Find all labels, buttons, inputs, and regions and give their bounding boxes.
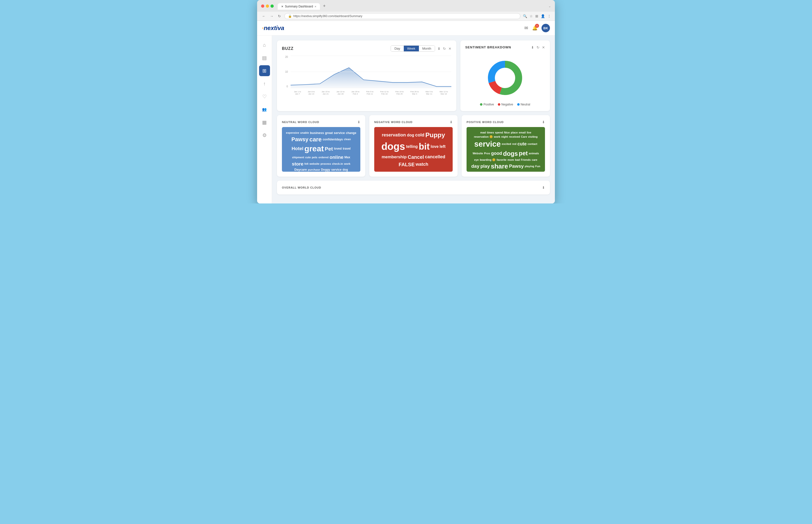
- buzz-card: BUZZ Day Week Month ⬇ ↻ ✕: [277, 40, 456, 111]
- close-button[interactable]: [261, 4, 264, 8]
- sidebar-item-dashboard[interactable]: ⊞: [259, 65, 270, 76]
- reports-icon: ▦: [262, 119, 267, 125]
- tab-close-button[interactable]: ✕: [314, 5, 316, 8]
- back-button[interactable]: ←: [261, 14, 266, 19]
- y-label-0: 0: [287, 85, 288, 88]
- overall-cloud-header: OVERALL WORLD CLOUD ⬇: [282, 185, 545, 190]
- pos-word-place: place: [511, 131, 518, 134]
- sentiment-refresh-icon[interactable]: ↻: [537, 45, 539, 49]
- negative-cloud-title: NEGATIVE WORD CLOUD: [374, 120, 412, 124]
- y-label-20: 20: [285, 55, 288, 58]
- chart-grid: [291, 55, 451, 88]
- neg-word-watch: watch: [416, 162, 428, 167]
- sentiment-close-icon[interactable]: ✕: [542, 45, 545, 49]
- buzz-card-actions: ⬇ ↻ ✕: [438, 47, 451, 51]
- word-cute: cute: [305, 156, 311, 159]
- negative-legend: Negative: [498, 103, 513, 106]
- negative-word-cloud: reservation dog cold Puppy dogs telling …: [374, 127, 453, 172]
- x-label-3: Jan 22 toJan 28: [337, 91, 345, 95]
- word-ordered: ordered: [319, 156, 328, 159]
- word-online: online: [329, 154, 343, 160]
- sentiment-card: SENTIMENT BREAKDOWN ⬇ ↻ ✕: [460, 40, 550, 111]
- x-label-8: Feb 26 toMar 4: [410, 91, 419, 95]
- sidebar-item-reports[interactable]: ▦: [259, 117, 270, 128]
- browser-titlebar: ✕ Summary Dashboard ✕ + ⌄: [257, 0, 555, 12]
- menu-icon[interactable]: ⋮: [548, 14, 551, 18]
- buzz-chart-container: 20 10 0: [282, 55, 451, 95]
- sidebar-item-inbox[interactable]: ▤: [259, 52, 270, 63]
- pos-word-good: good: [491, 151, 502, 156]
- address-bar[interactable]: 🔒 https://nextiva.simplify360.com/dashbo…: [285, 13, 520, 19]
- header-icons: ✉ 🔔 0 BK: [524, 24, 550, 32]
- minimize-button[interactable]: [266, 4, 269, 8]
- download-icon[interactable]: ⬇: [438, 47, 440, 51]
- negative-dot: [498, 103, 500, 106]
- notification-badge: 0: [535, 24, 539, 28]
- period-buttons: Day Week Month: [391, 45, 435, 52]
- pos-word-care: care: [532, 158, 537, 162]
- neg-word-false: FALSE: [399, 162, 415, 167]
- x-label-9: Mar 5 toMar 11: [426, 91, 433, 95]
- new-tab-button[interactable]: +: [321, 2, 328, 10]
- overall-download-icon[interactable]: ⬇: [542, 185, 545, 190]
- neutral-download-icon[interactable]: ⬇: [357, 120, 360, 124]
- bookmark-icon[interactable]: ☆: [530, 14, 533, 18]
- extension-icon[interactable]: ⊞: [535, 14, 538, 18]
- refresh-icon[interactable]: ↻: [443, 47, 446, 51]
- x-labels: Jan 1 toJan 7 Jan 8 toJan 14 Jan 15 toJa…: [291, 88, 451, 95]
- pos-word-time: time: [503, 171, 513, 172]
- word-confidentdays: confidentdays: [323, 138, 343, 141]
- sentiment-download-icon[interactable]: ⬇: [531, 45, 534, 49]
- positive-cloud-card: POSITIVE WORD CLOUD ⬇ mad times spend Ni…: [461, 115, 550, 177]
- neg-word-left: left: [439, 144, 445, 149]
- positive-download-icon[interactable]: ⬇: [542, 120, 545, 124]
- positive-word-cloud: mad times spend Nice place email live re…: [467, 127, 545, 172]
- neutral-legend: Neutral: [517, 103, 530, 106]
- pos-word-boarding: boarding 😊: [480, 158, 496, 162]
- sidebar-item-engage[interactable]: ♡: [259, 91, 270, 102]
- word-pets: pets: [312, 156, 318, 159]
- pos-word-service: service: [474, 140, 501, 149]
- active-tab[interactable]: ✕ Summary Dashboard ✕: [278, 3, 320, 10]
- tab-favicon: ✕: [281, 5, 283, 8]
- neg-word-cancel: Cancel: [408, 154, 424, 160]
- overall-cloud-card: OVERALL WORLD CLOUD ⬇: [277, 181, 550, 195]
- forward-button[interactable]: →: [269, 14, 275, 19]
- y-label-10: 10: [285, 70, 288, 73]
- sidebar-item-settings[interactable]: ⚙: [259, 130, 270, 141]
- notification-container: 🔔 0: [532, 25, 537, 31]
- user-avatar[interactable]: BK: [541, 24, 550, 32]
- logo-text: nextiva: [264, 24, 285, 31]
- sentiment-legend: Positive Negative Neutral: [465, 103, 545, 106]
- mail-icon[interactable]: ✉: [524, 25, 528, 31]
- x-label-1: Jan 8 toJan 14: [308, 91, 315, 95]
- search-icon[interactable]: 🔍: [523, 14, 527, 18]
- app-container: ·nextiva ✉ 🔔 0 BK ⌂ ▤: [257, 21, 555, 203]
- word-max: Max: [344, 155, 350, 159]
- close-icon[interactable]: ✕: [449, 47, 451, 51]
- word-clean: clean: [344, 138, 351, 141]
- neutral-cloud-header: NEUTRAL WORD CLOUD ⬇: [282, 120, 360, 124]
- pos-word-visiting: visiting: [528, 135, 538, 138]
- main-layout: ⌂ ▤ ⊞ ↑ ♡ 👥 ▦: [257, 35, 555, 203]
- publish-icon: ↑: [263, 81, 266, 86]
- maximize-button[interactable]: [271, 4, 274, 8]
- x-label-2: Jan 15 toJan 21: [322, 91, 330, 95]
- day-period-btn[interactable]: Day: [391, 46, 404, 51]
- lock-icon: 🔒: [288, 14, 292, 18]
- user-profile-icon[interactable]: 👤: [541, 14, 545, 18]
- browser-controls: ✕ Summary Dashboard ✕ + ⌄: [261, 2, 551, 10]
- pos-word-night: night: [501, 135, 508, 138]
- pos-word-pawsy: Pawsy: [509, 164, 524, 169]
- month-period-btn[interactable]: Month: [419, 46, 435, 51]
- refresh-button[interactable]: ↻: [277, 14, 282, 19]
- sidebar-item-publish[interactable]: ↑: [259, 78, 270, 89]
- negative-download-icon[interactable]: ⬇: [450, 120, 453, 124]
- week-period-btn[interactable]: Week: [404, 46, 419, 51]
- grid-line-top: [291, 55, 451, 56]
- sidebar-item-home[interactable]: ⌂: [259, 39, 270, 50]
- sidebar-item-users[interactable]: 👥: [259, 104, 270, 115]
- dashboard-icon: ⊞: [262, 68, 266, 74]
- pos-word-share: share: [491, 163, 508, 170]
- pos-word-live: live: [526, 131, 531, 134]
